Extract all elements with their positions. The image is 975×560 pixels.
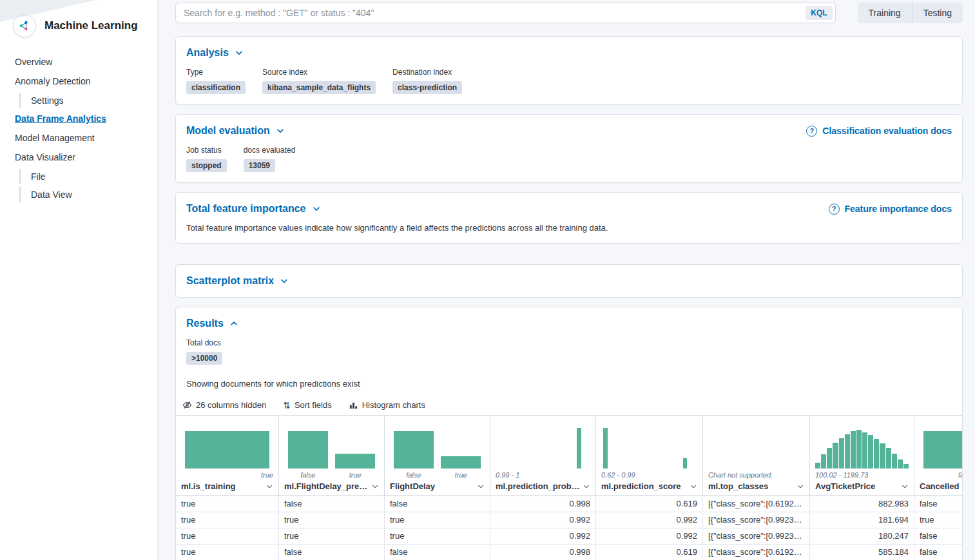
results-grid: 26 columns hidden ⇅ Sort fields Histogra… [176, 395, 962, 560]
column-name: ml.top_classes [708, 481, 768, 491]
grid-cell-flightdelay[interactable]: false [385, 496, 490, 512]
scatterplot-matrix-accordion-toggle[interactable]: Scatterplot matrix [186, 275, 289, 287]
total-docs-field: Total docs >10000 [186, 338, 952, 365]
grid-cell-ml-top-classes[interactable]: [{"class_score":[0.61925... [703, 496, 810, 512]
feature-importance-docs-link[interactable]: ? Feature importance docs [829, 204, 952, 215]
training-button[interactable]: Training [858, 3, 912, 23]
doc-link-label: Classification evaluation docs [822, 126, 952, 136]
histogram-bar [880, 443, 885, 468]
grid-cell-ml-flightdelay-prediction[interactable]: false [279, 496, 385, 512]
column-name: ml.prediction_probability [496, 481, 580, 491]
chevron-up-icon [229, 319, 238, 328]
column-header-avgticketprice[interactable]: 100.02 - 1199.73AvgTicketPrice [810, 416, 914, 496]
grid-cell-ml-flightdelay-prediction[interactable]: true [279, 528, 385, 544]
sidebar-item-model-management[interactable]: Model Management [15, 130, 95, 146]
model-evaluation-accordion-toggle[interactable]: Model evaluation [186, 125, 285, 137]
column-header-ml-is-training[interactable]: trueml.is_training [176, 416, 279, 496]
column-actions-chevron-icon[interactable] [371, 483, 379, 490]
sidebar-item-file[interactable]: File [19, 169, 46, 184]
total-feature-importance-accordion-toggle[interactable]: Total feature importance [186, 203, 321, 215]
sidebar-item-data-view[interactable]: Data View [19, 187, 72, 202]
column-actions-chevron-icon[interactable] [901, 483, 909, 490]
grid-cell-flightdelay[interactable]: true [385, 528, 490, 544]
column-actions-chevron-icon[interactable] [583, 483, 590, 490]
histogram-labels: falsetrue [279, 470, 384, 480]
histogram-charts-button[interactable]: Histogram charts [349, 400, 425, 410]
grid-cell-avgticketprice[interactable]: 882.983 [810, 496, 914, 512]
grid-cell-ml-prediction-score[interactable]: 0.619 [596, 545, 703, 560]
grid-cell-ml-flightdelay-prediction[interactable]: false [279, 545, 385, 560]
grid-cell-ml-top-classes[interactable]: [{"class_score":[0.99232... [703, 512, 810, 528]
grid-cell-flightdelay[interactable]: false [385, 545, 490, 560]
results-accordion-toggle[interactable]: Results [186, 318, 238, 329]
column-header-ml-top-classes[interactable]: Chart not supported.ml.top_classes [703, 416, 810, 496]
histogram-bar [851, 431, 856, 468]
table-row: truefalsefalse0.9980.619[{"class_score":… [176, 545, 962, 560]
grid-body: truefalsefalse0.9980.619[{"class_score":… [176, 496, 962, 560]
grid-cell-ml-is-training[interactable]: true [176, 528, 279, 544]
sidebar-item-overview[interactable]: Overview [15, 54, 52, 70]
column-header-ml-prediction-probability[interactable]: 0.99 - 1ml.prediction_probability [490, 416, 596, 496]
testing-button[interactable]: Testing [912, 3, 963, 23]
grid-cell-ml-is-training[interactable]: true [176, 512, 279, 528]
grid-cell-ml-is-training[interactable]: true [176, 496, 279, 512]
sidebar-item-data-frame-analytics[interactable]: Data Frame Analytics [15, 111, 106, 126]
grid-cell-ml-top-classes[interactable]: [{"class_score":[0.99232... [703, 528, 810, 544]
histogram-bar [886, 448, 891, 468]
column-actions-chevron-icon[interactable] [796, 483, 804, 490]
grid-cell-ml-prediction-score[interactable]: 0.992 [596, 512, 703, 528]
table-row: truefalsefalse0.9980.619[{"class_score":… [176, 496, 962, 512]
sort-fields-button[interactable]: ⇅ Sort fields [283, 400, 332, 410]
grid-cell-ml-prediction-score[interactable]: 0.992 [596, 528, 703, 544]
grid-cell-ml-prediction-probability[interactable]: 0.992 [490, 512, 596, 528]
grid-cell-cancelled[interactable]: true [914, 512, 962, 528]
grid-cell-avgticketprice[interactable]: 181.694 [810, 512, 914, 528]
column-actions-chevron-icon[interactable] [265, 483, 273, 490]
results-subtitle: Showing documents for which predictions … [186, 379, 952, 389]
histogram-label: false [390, 471, 438, 479]
histogram-bar [839, 438, 844, 468]
classification-evaluation-docs-link[interactable]: ? Classification evaluation docs [806, 126, 952, 137]
histogram-chart [390, 422, 485, 468]
histogram-bar [862, 432, 867, 468]
column-actions-chevron-icon[interactable] [690, 483, 697, 490]
histogram-bar [577, 428, 581, 468]
columns-hidden-button[interactable]: 26 columns hidden [182, 400, 266, 410]
column-header-ml-prediction-score[interactable]: 0.62 - 0.99ml.prediction_score [596, 416, 703, 496]
doc-link-label: Feature importance docs [845, 204, 952, 214]
model-evaluation-panel: Model evaluation ? Classification evalua… [175, 114, 963, 183]
grid-cell-cancelled[interactable]: false [914, 545, 962, 560]
grid-cell-ml-prediction-probability[interactable]: 0.992 [490, 528, 596, 544]
grid-cell-ml-is-training[interactable]: true [176, 545, 279, 560]
grid-cell-ml-prediction-score[interactable]: 0.619 [596, 496, 703, 512]
source-index-badge: kibana_sample_data_flights [262, 81, 376, 94]
field-label: Destination index [392, 68, 462, 77]
grid-cell-cancelled[interactable]: false [914, 496, 962, 512]
grid-cell-cancelled[interactable]: false [914, 528, 962, 544]
column-header-flightdelay[interactable]: falsetrueFlightDelay [385, 416, 490, 496]
search-input[interactable] [175, 3, 836, 23]
column-actions-chevron-icon[interactable] [477, 483, 485, 490]
histogram-label: false [958, 471, 962, 479]
grid-cell-avgticketprice[interactable]: 180.247 [810, 528, 914, 544]
grid-cell-ml-top-classes[interactable]: [{"class_score":[0.61925... [703, 545, 810, 560]
histogram-label: 0.99 - 1 [496, 471, 519, 479]
grid-cell-flightdelay[interactable]: true [385, 512, 490, 528]
grid-cell-avgticketprice[interactable]: 585.184 [810, 545, 914, 560]
analysis-accordion-toggle[interactable]: Analysis [186, 47, 244, 59]
grid-cell-ml-prediction-probability[interactable]: 0.998 [490, 496, 596, 512]
sidebar: Machine Learning OverviewAnomaly Detecti… [0, 0, 158, 560]
histogram-bar [827, 448, 832, 468]
histogram-bar [821, 454, 826, 468]
kql-badge[interactable]: KQL [806, 6, 832, 20]
histogram-bar [185, 431, 270, 468]
sidebar-item-anomaly-detection[interactable]: Anomaly Detection [15, 73, 91, 89]
grid-cell-ml-flightdelay-prediction[interactable]: true [279, 512, 385, 528]
column-header-cancelled[interactable]: falseCancelled [914, 416, 962, 496]
histogram-chart [284, 422, 379, 468]
column-header-ml-flightdelay-prediction[interactable]: falsetrueml.FlightDelay_prediction [279, 416, 385, 496]
sidebar-item-data-visualizer[interactable]: Data Visualizer [15, 150, 75, 165]
sidebar-item-settings[interactable]: Settings [19, 93, 64, 108]
scatterplot-matrix-panel: Scatterplot matrix [175, 264, 963, 298]
grid-cell-ml-prediction-probability[interactable]: 0.998 [490, 545, 596, 560]
